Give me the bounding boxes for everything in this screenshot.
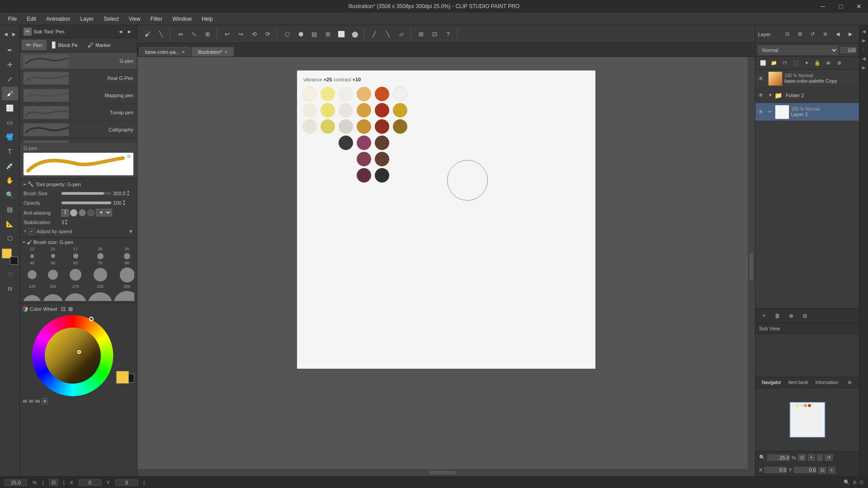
folder-2-arrow[interactable]: ▼: [768, 93, 773, 98]
bs-circle-25a[interactable]: [97, 253, 104, 259]
opacity-arrows[interactable]: ▲ ▼: [122, 199, 126, 206]
bs-circle-80[interactable]: [120, 267, 135, 282]
menu-view[interactable]: View: [124, 14, 145, 23]
toolbar-transform2[interactable]: ⊞: [201, 28, 214, 41]
brush-mapping[interactable]: Mapping pen: [20, 87, 137, 104]
tool-3d[interactable]: ⬡: [2, 231, 18, 245]
bs-circle-17[interactable]: [73, 253, 78, 258]
tool-text[interactable]: T: [2, 145, 18, 158]
menu-edit[interactable]: Edit: [22, 14, 41, 23]
menu-animation[interactable]: Animation: [42, 14, 75, 23]
layer-delete-btn[interactable]: 🗑: [772, 310, 783, 322]
layer-lock-btn[interactable]: 🔒: [812, 58, 822, 68]
tab-marker[interactable]: 🖊 Marker: [83, 40, 115, 50]
toolbar-help[interactable]: ?: [442, 28, 454, 41]
menu-select[interactable]: Select: [99, 14, 123, 23]
zoom-status-input[interactable]: [5, 479, 27, 486]
menu-window[interactable]: Window: [168, 14, 196, 23]
coord-btn1[interactable]: ⊡: [818, 467, 826, 474]
aa-dot-3[interactable]: [87, 209, 94, 216]
menu-file[interactable]: File: [4, 14, 21, 23]
tool-transform[interactable]: ⤢: [2, 72, 18, 86]
tool-move[interactable]: ✛: [2, 58, 18, 71]
status-icon3[interactable]: ⊡: [859, 479, 863, 485]
color-wheel-container[interactable]: [32, 315, 113, 396]
toolbar-brush-icon[interactable]: 🖌: [141, 28, 154, 41]
toolbar-undo2[interactable]: ⟲: [248, 28, 260, 41]
zoom-input[interactable]: [767, 455, 790, 461]
blend-mode-select[interactable]: Normal: [758, 46, 838, 55]
brush-size-slider[interactable]: [61, 192, 111, 195]
zoom-fit-btn[interactable]: ⊡: [798, 454, 806, 461]
layer-merge-down-btn[interactable]: ⊕: [785, 310, 797, 322]
coord-btn2[interactable]: +: [828, 467, 835, 474]
toolbar-redo[interactable]: ↪: [234, 28, 247, 41]
toolbar-select1[interactable]: ⬡: [281, 28, 293, 41]
bs-circle-70[interactable]: [94, 268, 107, 282]
foreground-swatch[interactable]: [116, 371, 129, 384]
y-status-input[interactable]: [115, 479, 138, 486]
rp-icon-btn2[interactable]: ⊞: [794, 28, 806, 40]
close-button[interactable]: ✕: [850, 0, 868, 13]
tab-base-color[interactable]: base-color-pa... ✕: [139, 47, 191, 56]
tool-gradient[interactable]: ▤: [2, 202, 18, 216]
zoom-reset-btn[interactable]: ↺: [825, 454, 833, 461]
tool-extra2[interactable]: 🗘: [2, 282, 18, 296]
y-coord-input[interactable]: [794, 467, 816, 473]
layer-merge-btn[interactable]: ⊕: [834, 58, 844, 68]
fr-collapse-btn[interactable]: ◀: [860, 27, 868, 35]
color-settings-icon[interactable]: ⚙: [42, 398, 48, 404]
nav-left-btn[interactable]: ◀: [2, 27, 9, 41]
property-collapse[interactable]: ━: [24, 182, 26, 187]
nav-tab-info[interactable]: Information: [813, 379, 841, 386]
rp-icon-btn1[interactable]: ⊡: [781, 28, 793, 40]
menu-layer[interactable]: Layer: [75, 14, 98, 23]
status-fit-btn[interactable]: ⊡: [49, 479, 58, 486]
bs-circle-40[interactable]: [28, 270, 37, 279]
tool-zoom[interactable]: 🔍: [2, 188, 18, 202]
toolbar-select2[interactable]: ⬢: [294, 28, 307, 41]
layer-2[interactable]: 👁 ✏ 100 % Normal Layer 2: [755, 103, 859, 121]
aa-select[interactable]: ▼: [96, 209, 112, 216]
nav-gear-btn[interactable]: ⚙: [844, 377, 855, 389]
opacity-field[interactable]: [840, 47, 856, 53]
tool-pen[interactable]: ✒: [2, 43, 18, 57]
layer-effect-btn[interactable]: ✦: [802, 58, 811, 68]
folder-2-eye[interactable]: 👁: [758, 92, 766, 99]
adjust-collapse-arrow[interactable]: ▼: [128, 229, 133, 234]
bs-circle-50[interactable]: [48, 270, 58, 280]
bs-circle-250[interactable]: [113, 291, 134, 301]
tool-ruler[interactable]: 📐: [2, 217, 18, 230]
toolbar-select5[interactable]: ⬜: [335, 28, 348, 41]
zoom-out-btn[interactable]: -: [817, 454, 823, 461]
nav-right-btn[interactable]: ▶: [10, 27, 18, 41]
fr-expand-btn[interactable]: ▶: [860, 36, 868, 44]
rp-icon-btn5[interactable]: ◀: [832, 28, 844, 40]
tool-extra1[interactable]: ⬛: [2, 267, 18, 281]
layer-base-copy[interactable]: 👁 100 % Normal base-color-palette Copy: [755, 70, 859, 88]
bs-circle-200[interactable]: [88, 292, 113, 301]
toolbar-select4[interactable]: ⊞: [321, 28, 334, 41]
opacity-slider[interactable]: [61, 202, 111, 204]
tab-base-color-close[interactable]: ✕: [181, 50, 185, 55]
menu-filter[interactable]: Filter: [146, 14, 167, 23]
tab-illustration-close[interactable]: ✕: [224, 50, 228, 55]
layer-folder-btn[interactable]: 📁: [769, 58, 779, 68]
brush-textured[interactable]: Textured pen: [20, 138, 137, 143]
brush-real-gpen[interactable]: Real G-Pen: [20, 70, 137, 87]
tool-eraser[interactable]: ⬜: [2, 101, 18, 115]
rp-icon-btn3[interactable]: ↺: [807, 28, 818, 40]
nav-tab-navigator[interactable]: Navigator: [759, 379, 784, 386]
maximize-button[interactable]: □: [832, 0, 850, 13]
color-options-btn[interactable]: ⊡: [61, 306, 66, 312]
status-icon2[interactable]: ⊕: [853, 479, 857, 485]
layer-new-btn[interactable]: ⬜: [758, 58, 768, 68]
layer-duplicate-btn[interactable]: ⧉: [799, 310, 811, 322]
layer-reference-btn[interactable]: 👁: [823, 58, 833, 68]
brush-size-arrows[interactable]: ▲ ▼: [127, 190, 130, 197]
toolbar-redo2[interactable]: ⟳: [261, 28, 274, 41]
adjust-checkbox[interactable]: ✓: [28, 228, 35, 235]
canvas-hscroll-thumb[interactable]: [429, 471, 456, 474]
rp-icon-btn6[interactable]: ▶: [844, 28, 856, 40]
canvas-content[interactable]: vibrance +25 contrast +10: [137, 57, 755, 476]
